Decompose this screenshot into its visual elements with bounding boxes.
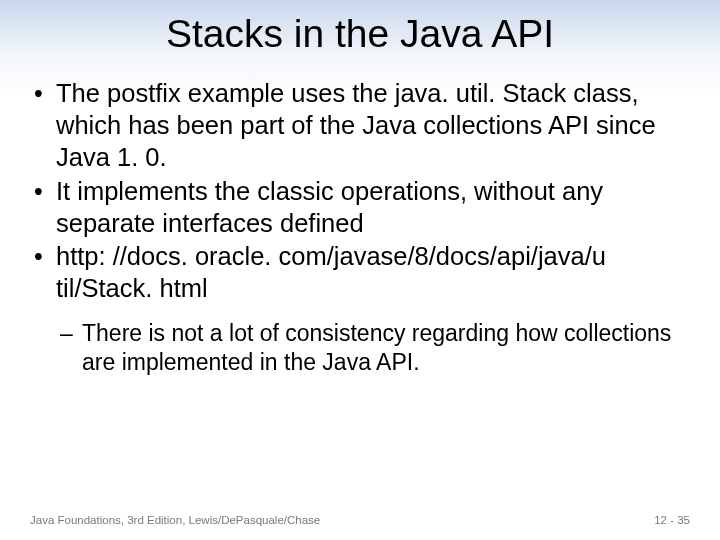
bullet-item: http: //docs. oracle. com/javase/8/docs/…	[30, 241, 690, 305]
slide-title: Stacks in the Java API	[0, 0, 720, 66]
footer-left: Java Foundations, 3rd Edition, Lewis/DeP…	[30, 514, 320, 526]
sub-bullet-list: There is not a lot of consistency regard…	[56, 319, 690, 377]
bullet-item: It implements the classic operations, wi…	[30, 176, 690, 240]
slide-body: The postfix example uses the java. util.…	[0, 66, 720, 377]
bullet-item: The postfix example uses the java. util.…	[30, 78, 690, 174]
slide-footer: Java Foundations, 3rd Edition, Lewis/DeP…	[0, 514, 720, 526]
main-bullet-list: The postfix example uses the java. util.…	[30, 78, 690, 305]
sub-bullet-item: There is not a lot of consistency regard…	[56, 319, 690, 377]
footer-right: 12 - 35	[654, 514, 690, 526]
